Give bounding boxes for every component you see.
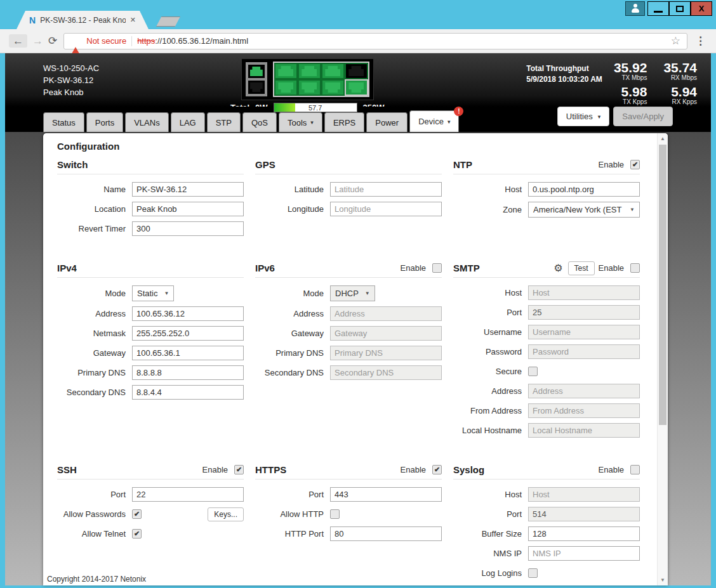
forward-icon[interactable]: →: [32, 36, 43, 46]
smtp-test-button[interactable]: Test: [568, 261, 595, 275]
address-label: Address: [255, 309, 330, 318]
gear-icon[interactable]: ⚙: [554, 263, 562, 273]
log-logins-label: Log Logins: [453, 568, 528, 578]
address-label: Address: [453, 386, 528, 396]
throughput-title: Total Throughput: [526, 63, 602, 74]
revert-timer-input[interactable]: [132, 221, 244, 236]
ntp-enable-checkbox[interactable]: [630, 160, 640, 169]
section-gps: GPS Latitude Longitude: [255, 159, 442, 241]
config-panel: Configuration Switch Name Location Rever…: [43, 133, 668, 585]
ipv6-enable-checkbox[interactable]: [432, 263, 442, 273]
maximize-button[interactable]: [669, 1, 691, 16]
tab-tools[interactable]: Tools▾: [279, 112, 322, 132]
https-port-input[interactable]: [330, 487, 442, 502]
ipv4-primary-dns-input[interactable]: [132, 365, 244, 380]
port-group-left: [246, 62, 267, 96]
ssh-enable-checkbox[interactable]: [234, 465, 244, 474]
tab-stp[interactable]: STP: [207, 112, 241, 132]
ipv4-address-input[interactable]: [132, 306, 244, 321]
longitude-input[interactable]: [330, 202, 442, 216]
mode-label: Mode: [255, 289, 330, 298]
scrollbar[interactable]: ▲ ▼: [657, 133, 668, 585]
enable-label: Enable: [202, 465, 228, 474]
gateway-label: Gateway: [255, 329, 330, 338]
device-location: Peak Knob: [43, 86, 230, 98]
section-smtp: SMTP ⚙ Test Enable Host Port Username: [453, 263, 640, 443]
tab-close-icon[interactable]: ✕: [130, 16, 136, 24]
http-port-input[interactable]: [330, 526, 442, 541]
warning-triangle-icon[interactable]: !: [70, 36, 81, 46]
minimize-button[interactable]: [647, 1, 669, 16]
allow-passwords-checkbox[interactable]: [132, 509, 142, 519]
scroll-up-icon[interactable]: ▲: [658, 136, 668, 141]
browser-toolbar: ← → ⟳ ! Not secure https://100.65.36.12/…: [0, 29, 716, 53]
port-cell: [298, 79, 321, 96]
ipv4-mode-select[interactable]: Static▼: [132, 285, 174, 301]
ssh-keys-button[interactable]: Keys...: [208, 507, 244, 521]
back-icon[interactable]: ←: [9, 34, 27, 48]
mode-label: Mode: [57, 289, 132, 298]
new-tab-button[interactable]: [156, 16, 180, 27]
page-title: Configuration: [57, 141, 640, 152]
scroll-down-icon[interactable]: ▼: [658, 577, 668, 583]
device-model: WS-10-250-AC: [43, 62, 230, 74]
menu-kebab-icon[interactable]: ⋮: [695, 34, 706, 48]
ssh-port-input[interactable]: [132, 487, 244, 502]
alert-badge: !: [454, 107, 463, 116]
section-ssh: SSH Enable Port Allow Passwords Keys... …: [57, 464, 244, 585]
syslog-enable-checkbox[interactable]: [630, 465, 640, 474]
ipv6-gateway-input: [330, 326, 442, 341]
tab-erps[interactable]: ERPS: [324, 112, 364, 132]
tab-status[interactable]: Status: [43, 112, 84, 132]
section-ntp: NTP Enable Host Zone America/New York (E…: [453, 159, 640, 241]
ntp-zone-select[interactable]: America/New York (EST▼: [528, 202, 640, 218]
browser-tab[interactable]: N PK-SW-36.12 - Peak Knob ✕: [17, 11, 149, 29]
allow-telnet-checkbox[interactable]: [132, 529, 142, 539]
ipv4-netmask-input[interactable]: [132, 326, 244, 341]
ntp-host-input[interactable]: [528, 182, 640, 197]
enable-label: Enable: [401, 465, 426, 474]
profile-button[interactable]: [625, 1, 645, 16]
switch-name-input[interactable]: [132, 182, 244, 197]
utilities-button[interactable]: Utilities▾: [557, 107, 609, 126]
tab-device[interactable]: Device▾ !: [409, 110, 459, 132]
tab-vlans[interactable]: VLANs: [125, 112, 168, 132]
zone-label: Zone: [453, 205, 528, 214]
https-enable-checkbox[interactable]: [432, 465, 442, 474]
url-bar[interactable]: ! Not secure https://100.65.36.12/main.h…: [63, 33, 687, 49]
ipv4-gateway-input[interactable]: [132, 346, 244, 360]
tab-ports[interactable]: Ports: [86, 112, 123, 132]
allow-http-checkbox[interactable]: [330, 509, 340, 519]
tab-lag[interactable]: LAG: [171, 112, 205, 132]
url-text[interactable]: https://100.65.36.12/main.html: [137, 36, 248, 46]
section-title: IPv4: [57, 263, 77, 273]
section-syslog: Syslog Enable Host Port Buffer Size NMS …: [453, 464, 640, 585]
chevron-down-icon: ▼: [365, 291, 370, 296]
log-logins-checkbox[interactable]: [528, 568, 538, 578]
secondary-dns-label: Secondary DNS: [57, 388, 132, 397]
power-bar: 57.7: [274, 103, 357, 112]
ipv4-secondary-dns-input[interactable]: [132, 385, 244, 400]
save-apply-button[interactable]: Save/Apply: [613, 107, 673, 126]
ipv6-address-input: [330, 306, 442, 321]
port-label: Port: [453, 509, 528, 519]
main-nav: Status Ports VLANs LAG STP QoS Tools▾ ER…: [5, 107, 711, 132]
window-controls: X: [625, 1, 712, 16]
latitude-input[interactable]: [330, 182, 442, 197]
reload-icon[interactable]: ⟳: [48, 36, 57, 46]
name-label: Name: [57, 185, 132, 194]
tab-qos[interactable]: QoS: [242, 112, 277, 132]
tab-power[interactable]: Power: [366, 112, 408, 132]
close-button[interactable]: X: [691, 1, 712, 16]
port-cell: [298, 63, 321, 79]
http-port-label: HTTP Port: [255, 529, 330, 539]
smtp-host-input: [528, 285, 640, 300]
buffer-size-input[interactable]: [528, 526, 640, 541]
smtp-enable-checkbox[interactable]: [630, 263, 640, 273]
scrollbar-thumb[interactable]: [659, 145, 666, 425]
nms-ip-input[interactable]: [528, 546, 640, 561]
bookmark-star-icon[interactable]: ☆: [671, 34, 680, 48]
address-label: Address: [57, 309, 132, 318]
not-secure-label[interactable]: Not secure: [86, 36, 126, 46]
switch-location-input[interactable]: [132, 202, 244, 216]
